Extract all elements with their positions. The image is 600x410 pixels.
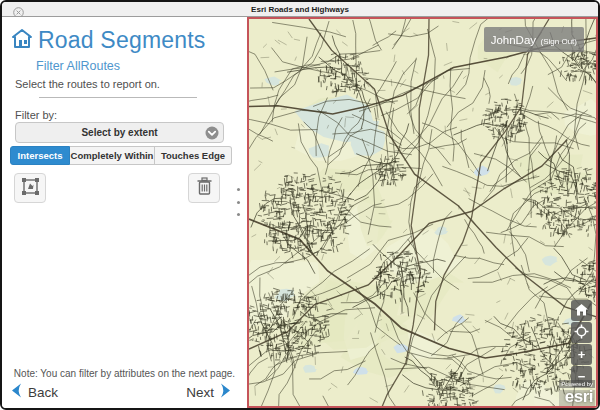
next-button[interactable]: Next (186, 383, 232, 402)
draw-extent-button[interactable] (14, 173, 46, 203)
tab-intersects[interactable]: Intersects (10, 146, 70, 165)
trash-icon (196, 177, 213, 199)
sidebar-panel: Road Segments Filter AllRoutes Select th… (2, 17, 247, 408)
map-attribution: Powered by esri (559, 372, 595, 406)
locate-button[interactable] (571, 322, 592, 343)
spatial-filter-tabs: Intersects Completely Within Touches Edg… (10, 146, 232, 165)
home-extent-button[interactable] (571, 300, 592, 321)
chevron-right-icon (220, 383, 232, 402)
esri-logo: esri (559, 390, 595, 406)
sign-out-label: (Sign Out) (541, 37, 577, 46)
draw-extent-icon (21, 177, 40, 200)
app-window: Esri Roads and Highways Road Segments Fi… (0, 0, 600, 410)
dropdown-selected-value: Select by extent (81, 127, 157, 138)
close-icon[interactable] (13, 4, 24, 15)
tab-completely-within[interactable]: Completely Within (70, 146, 155, 165)
window-title: Esri Roads and Highways (2, 2, 598, 17)
panel-resize-handle[interactable] (234, 188, 242, 216)
instruction-text: Select the routes to report on. (15, 78, 160, 90)
next-label: Next (186, 385, 214, 400)
map-canvas[interactable] (249, 19, 596, 406)
delete-selection-button[interactable] (188, 173, 220, 203)
chevron-left-icon (10, 383, 22, 402)
home-building-icon (11, 28, 33, 54)
divider (39, 97, 197, 98)
chevron-down-icon (205, 126, 219, 144)
titlebar: Esri Roads and Highways (2, 2, 598, 17)
back-label: Back (28, 385, 58, 400)
page-title: Road Segments (38, 27, 206, 54)
filter-by-label: Filter by: (15, 109, 57, 121)
note-text: Note: You can filter by attributes on th… (2, 368, 247, 379)
select-by-dropdown[interactable]: Select by extent (15, 122, 224, 143)
filter-subtitle: Filter AllRoutes (36, 59, 120, 73)
home-icon (575, 304, 588, 318)
user-sign-out-button[interactable]: JohnDay (Sign Out) (484, 27, 584, 52)
tab-touches-edge[interactable]: Touches Edge (155, 146, 232, 165)
back-button[interactable]: Back (10, 383, 58, 402)
zoom-in-button[interactable]: + (571, 344, 592, 365)
map-viewport[interactable]: JohnDay (Sign Out) (247, 17, 598, 408)
page-title-row: Road Segments (11, 27, 206, 54)
user-name: JohnDay (491, 34, 536, 46)
locate-icon (574, 324, 589, 341)
